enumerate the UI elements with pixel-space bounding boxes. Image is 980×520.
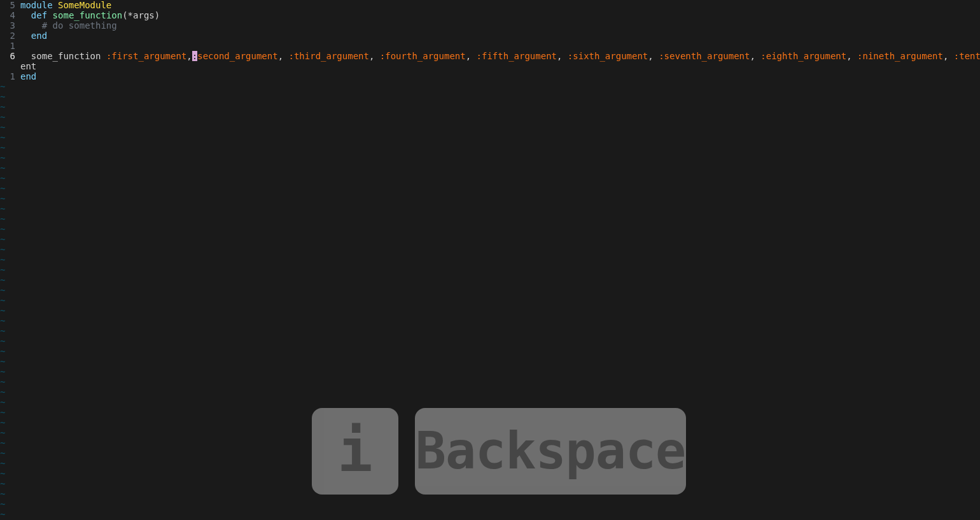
code-content: some_function :first_argument,:second_ar… xyxy=(18,51,980,61)
tilde-line: ~ xyxy=(0,295,980,306)
tilde-line: ~ xyxy=(0,306,980,316)
line-number xyxy=(0,61,18,71)
line-number: 1 xyxy=(0,71,18,81)
tilde-line: ~ xyxy=(0,356,980,367)
tilde-line: ~ xyxy=(0,153,980,163)
cursor: : xyxy=(192,51,197,61)
tilde-line: ~ xyxy=(0,132,980,143)
keycast-key-i: i xyxy=(312,408,398,495)
tilde-line: ~ xyxy=(0,509,980,519)
tilde-line: ~ xyxy=(0,244,980,255)
code-content: def some_function(*args) xyxy=(18,10,160,20)
tilde-line: ~ xyxy=(0,326,980,336)
code-line: 1 xyxy=(0,41,980,51)
tilde-line: ~ xyxy=(0,193,980,204)
tilde-line: ~ xyxy=(0,377,980,387)
code-content: end xyxy=(18,71,36,81)
code-line-wrap: ent xyxy=(0,61,980,71)
keycast-overlay: i Backspace xyxy=(312,408,686,495)
code-content: # do something xyxy=(18,20,117,31)
line-number: 3 xyxy=(0,20,18,31)
tilde-line: ~ xyxy=(0,285,980,295)
tilde-line: ~ xyxy=(0,143,980,153)
line-number: 5 xyxy=(0,0,18,10)
tilde-line: ~ xyxy=(0,265,980,275)
tilde-line: ~ xyxy=(0,122,980,132)
tilde-line: ~ xyxy=(0,224,980,234)
code-line: 3 # do something xyxy=(0,20,980,31)
tilde-line: ~ xyxy=(0,346,980,356)
code-line: 1 end xyxy=(0,71,980,81)
code-line: 5 module SomeModule xyxy=(0,0,980,10)
tilde-line: ~ xyxy=(0,112,980,122)
tilde-line: ~ xyxy=(0,387,980,397)
line-number: 2 xyxy=(0,31,18,41)
tilde-line: ~ xyxy=(0,275,980,285)
keycast-key-backspace: Backspace xyxy=(415,408,686,495)
code-content: module SomeModule xyxy=(18,0,111,10)
tilde-line: ~ xyxy=(0,204,980,214)
tilde-line: ~ xyxy=(0,102,980,112)
code-content xyxy=(18,41,20,51)
tilde-line: ~ xyxy=(0,183,980,193)
tilde-line: ~ xyxy=(0,234,980,244)
tilde-line: ~ xyxy=(0,92,980,102)
tilde-line: ~ xyxy=(0,163,980,173)
line-number-current: 6 xyxy=(0,51,18,61)
line-number: 1 xyxy=(0,41,18,51)
code-content: end xyxy=(18,31,47,41)
tilde-line: ~ xyxy=(0,499,980,509)
code-line: 2 end xyxy=(0,31,980,41)
line-number: 4 xyxy=(0,10,18,20)
code-line: 4 def some_function(*args) xyxy=(0,10,980,20)
tilde-line: ~ xyxy=(0,316,980,326)
tilde-line: ~ xyxy=(0,255,980,265)
tilde-line: ~ xyxy=(0,336,980,346)
code-content: ent xyxy=(18,61,36,71)
code-line-current: 6 some_function :first_argument,:second_… xyxy=(0,51,980,61)
tilde-line: ~ xyxy=(0,367,980,377)
tilde-line: ~ xyxy=(0,81,980,92)
tilde-line: ~ xyxy=(0,214,980,224)
tilde-line: ~ xyxy=(0,397,980,407)
tilde-line: ~ xyxy=(0,173,980,183)
